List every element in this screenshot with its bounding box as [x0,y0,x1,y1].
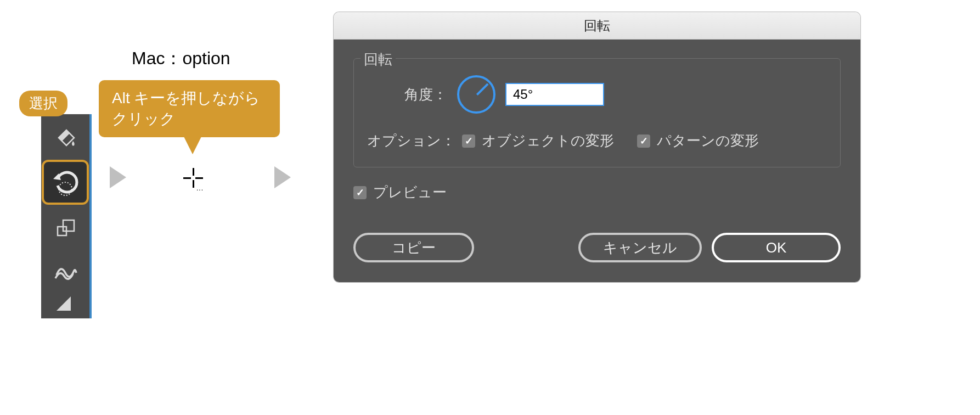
callout-tail [184,137,201,154]
transform-objects-label: オブジェクトの変形 [482,131,614,150]
transform-patterns-checkbox[interactable] [637,134,650,148]
rotate-icon [50,167,81,198]
options-label: オプション： [367,131,455,150]
angle-dial[interactable] [457,75,495,114]
cancel-button[interactable]: キャンセル [578,233,702,262]
rotate-group: 回転 角度： オプション： オブジェクトの変形 パターンの変形 [353,58,841,167]
triangle-icon [53,293,77,317]
alt-click-callout: Alt キーを押しながら クリック [99,80,280,137]
svg-rect-3 [63,220,74,231]
step-arrow-icon [274,166,291,188]
transform-patterns-label: パターンの変形 [657,131,759,150]
free-transform-tool[interactable] [43,208,88,248]
preview-checkbox[interactable] [353,186,367,199]
step-arrow-icon [110,166,126,188]
preview-row: プレビュー [353,183,841,202]
angle-row: 角度： [367,75,827,114]
svg-marker-4 [57,296,71,311]
callout-line1: Alt キーを押しながら [112,89,260,106]
copy-button[interactable]: コピー [353,233,474,262]
tool-panel [41,114,92,318]
angle-label: 角度： [404,85,447,104]
preview-label: プレビュー [373,183,447,202]
ok-button[interactable]: OK [712,233,841,262]
rotate-tool-selected[interactable] [42,160,89,205]
dialog-body: 回転 角度： オプション： オブジェクトの変形 パターンの変形 プレビュー [334,40,860,282]
angle-needle-icon [476,83,489,96]
rotate-dialog: 回転 回転 角度： オプション： オブジェクトの変形 パターンの変形 [334,12,860,282]
warp-tool[interactable] [43,251,88,290]
warp-icon [53,259,77,283]
transform-objects-checkbox[interactable] [462,134,475,148]
select-callout-label: 選択 [19,91,67,116]
anchor-point-cursor-icon: ... [181,166,205,190]
paintbucket-tool[interactable] [43,117,88,156]
dialog-titlebar: 回転 [334,12,860,40]
dialog-buttons: コピー キャンセル OK [353,233,841,262]
scale-icon [53,216,77,240]
paint-bucket-icon [53,125,77,149]
group-title: 回転 [361,50,396,69]
dialog-title: 回転 [584,17,610,35]
options-row: オプション： オブジェクトの変形 パターンの変形 [367,131,827,150]
callout-line2: クリック [112,110,176,127]
angle-input[interactable] [505,83,604,106]
shape-builder-tool[interactable] [43,294,88,317]
mac-key-note: Mac：option [132,47,230,71]
